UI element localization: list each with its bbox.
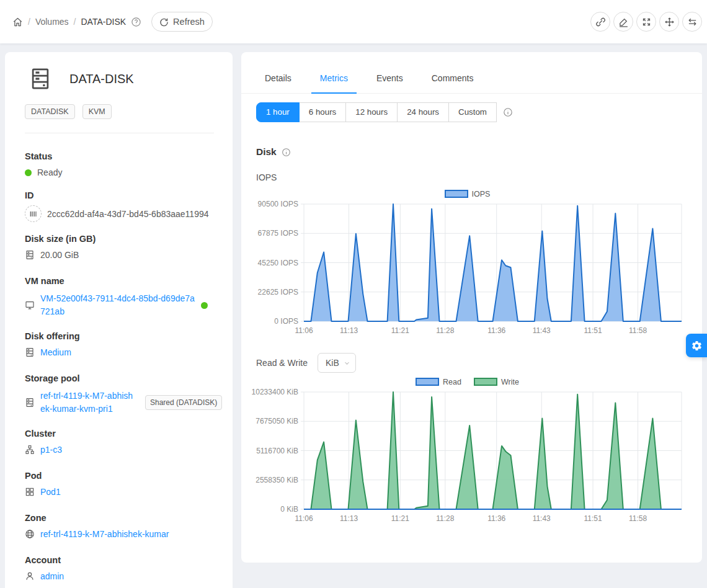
svg-text:11:36: 11:36 [487,514,505,523]
svg-text:11:13: 11:13 [340,514,358,523]
tab-comments[interactable]: Comments [423,63,482,94]
tag-kvm: KVM [82,104,112,119]
iops-chart-title: IOPS [256,172,702,182]
range-6-hours[interactable]: 6 hours [299,102,346,122]
cluster-link[interactable]: p1-c3 [40,445,62,455]
read-write-legend: Read Write [241,378,702,386]
svg-text:11:43: 11:43 [533,326,551,335]
breadcrumb-separator: / [28,17,30,27]
field-value-disksize: 20.00 GiB [25,250,215,260]
svg-text:11:51: 11:51 [584,514,602,523]
svg-text:5116700 KiB: 5116700 KiB [256,447,298,455]
disk-offering-link[interactable]: Medium [40,347,71,357]
gear-icon [691,340,703,352]
field-value-id: 2ccc62dd-af4a-43d7-bd45-6b83aae11994 [25,205,215,222]
svg-text:11:21: 11:21 [391,514,409,523]
disk-section-heading: Disk [256,146,702,158]
range-12-hours[interactable]: 12 hours [345,102,398,122]
edit-button[interactable] [613,12,633,32]
volume-title: DATA-DISK [69,72,134,86]
refresh-label: Refresh [173,17,205,27]
disk-icon [25,250,35,260]
field-value-storagepool: ref-trl-4119-k-M7-abhishek-kumar-kvm-pri… [25,390,215,416]
globe-icon [25,529,35,539]
field-label-diskoffering: Disk offering [25,331,215,341]
field-value-cluster: p1-c3 [25,445,215,455]
field-label-storagepool: Storage pool [25,373,215,383]
status-value: Ready [37,167,62,177]
user-icon [25,571,35,581]
range-1-hour[interactable]: 1 hour [256,102,300,122]
status-dot [25,169,32,176]
vm-status-dot [201,302,208,309]
volume-icon [29,67,52,91]
unit-select[interactable]: KiB [318,353,356,373]
database-icon [25,398,35,408]
storage-pool-tag: Shared (DATADISK) [145,395,222,410]
barcode-icon [25,205,42,222]
svg-text:0 KiB: 0 KiB [280,505,298,514]
fullscreen-button[interactable] [636,12,656,32]
top-bar: / Volumes / DATA-DISK Refresh [0,0,707,43]
move-button[interactable] [659,12,679,32]
iops-legend: IOPS [241,190,702,198]
iops-chart: 90500 IOPS67875 IOPS45250 IOPS22625 IOPS… [241,198,702,341]
write-legend-label[interactable]: Write [501,378,519,386]
svg-text:11:06: 11:06 [295,326,313,335]
info-icon[interactable] [503,107,513,117]
read-legend-label[interactable]: Read [443,378,461,386]
link-button[interactable] [590,12,610,32]
header-actions [590,12,702,32]
write-legend-swatch[interactable] [474,378,497,386]
info-icon[interactable] [282,148,291,157]
breadcrumb: / Volumes / DATA-DISK Refresh [12,12,213,32]
iops-legend-swatch[interactable] [445,190,468,198]
account-link[interactable]: admin [40,571,64,581]
tab-metrics[interactable]: Metrics [311,63,357,94]
help-icon[interactable] [131,17,141,27]
svg-text:11:28: 11:28 [436,326,454,335]
tab-details[interactable]: Details [256,63,300,94]
field-value-diskoffering: Medium [25,347,215,357]
home-icon[interactable] [12,17,23,27]
field-value-zone: ref-trl-4119-k-M7-abhishek-kumar [25,529,215,539]
range-custom[interactable]: Custom [448,102,497,122]
vm-link[interactable]: VM-52e00f43-7911-4dc4-85bd-d69de7a721ab [40,292,195,318]
svg-text:11:58: 11:58 [629,514,647,523]
field-value-status: Ready [25,167,215,177]
settings-gear-button[interactable] [686,334,707,357]
storage-pool-link[interactable]: ref-trl-4119-k-M7-abhishek-kumar-kvm-pri… [40,390,135,416]
read-write-row: Read & Write KiB [256,353,702,373]
zone-link[interactable]: ref-trl-4119-k-M7-abhishek-kumar [40,529,169,539]
field-label-zone: Zone [25,513,215,523]
svg-text:10233400 KiB: 10233400 KiB [252,388,298,396]
refresh-button[interactable]: Refresh [151,12,213,32]
field-label-cluster: Cluster [25,429,215,439]
svg-text:22625 IOPS: 22625 IOPS [258,288,298,296]
field-label-pod: Pod [25,471,215,481]
divider [25,133,214,133]
field-label-disksize: Disk size (in GB) [25,234,215,244]
tab-events[interactable]: Events [368,63,412,94]
read-legend-swatch[interactable] [416,378,439,386]
iops-legend-label[interactable]: IOPS [472,190,491,198]
disk-heading-label: Disk [256,146,277,158]
field-label-vmname: VM name [25,276,215,286]
svg-text:7675050 KiB: 7675050 KiB [256,417,298,425]
breadcrumb-volumes[interactable]: Volumes [35,17,69,27]
cluster-icon [25,445,35,455]
svg-text:11:06: 11:06 [295,514,313,523]
field-value-account: admin [25,571,215,581]
field-value-vmname: VM-52e00f43-7911-4dc4-85bd-d69de7a721ab [25,292,215,318]
pod-link[interactable]: Pod1 [40,487,61,497]
migrate-button[interactable] [682,12,702,32]
breadcrumb-current: DATA-DISK [81,17,126,27]
detail-card: Details Metrics Events Comments 1 hour 6… [241,52,702,563]
range-24-hours[interactable]: 24 hours [397,102,449,122]
time-range-group: 1 hour 6 hours 12 hours 24 hours Custom [256,102,702,122]
volume-tags: DATADISK KVM [25,104,215,119]
read-write-title: Read & Write [256,358,308,368]
unit-select-value: KiB [326,358,339,368]
svg-text:2558350 KiB: 2558350 KiB [256,476,298,484]
chevron-down-icon [344,360,350,367]
